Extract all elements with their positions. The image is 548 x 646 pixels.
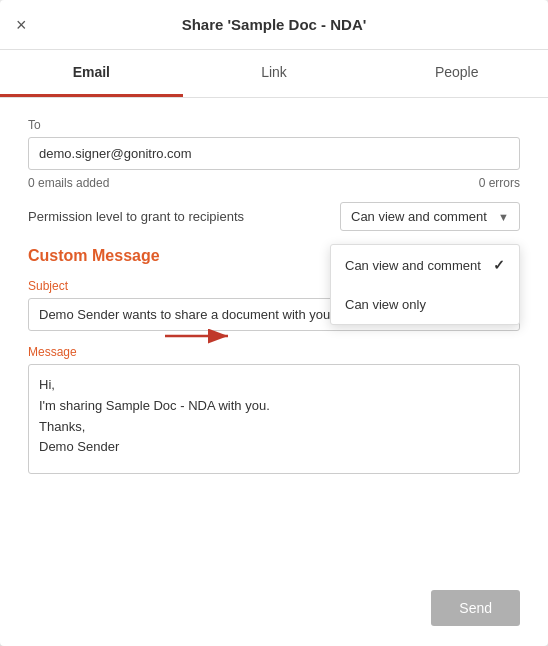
tab-people[interactable]: People: [365, 50, 548, 97]
modal-title: Share 'Sample Doc - NDA': [182, 16, 367, 33]
dropdown-arrow-icon: ▼: [498, 211, 509, 223]
check-icon-view-comment: ✓: [493, 257, 505, 273]
to-input[interactable]: [28, 137, 520, 170]
close-button[interactable]: ×: [16, 16, 27, 34]
permission-label: Permission level to grant to recipients: [28, 209, 244, 224]
emails-added-count: 0 emails added: [28, 176, 109, 190]
modal-footer: Send: [0, 578, 548, 646]
send-button[interactable]: Send: [431, 590, 520, 626]
to-label: To: [28, 118, 520, 132]
email-stats: 0 emails added 0 errors: [28, 176, 520, 190]
errors-count: 0 errors: [479, 176, 520, 190]
permission-dropdown-menu: Can view and comment ✓ Can view only: [330, 244, 520, 325]
dropdown-option-view-only[interactable]: Can view only: [331, 285, 519, 324]
permission-row: Permission level to grant to recipients …: [28, 202, 520, 231]
dropdown-option-view-comment[interactable]: Can view and comment ✓: [331, 245, 519, 285]
tab-email[interactable]: Email: [0, 50, 183, 97]
option-label-view-comment: Can view and comment: [345, 258, 481, 273]
message-label: Message: [28, 345, 520, 359]
permission-dropdown[interactable]: Can view and comment ▼: [340, 202, 520, 231]
option-label-view-only: Can view only: [345, 297, 426, 312]
tab-link[interactable]: Link: [183, 50, 366, 97]
modal-body: To 0 emails added 0 errors Permission le…: [0, 98, 548, 578]
share-modal: × Share 'Sample Doc - NDA' Email Link Pe…: [0, 0, 548, 646]
tab-bar: Email Link People: [0, 50, 548, 98]
permission-selected-value: Can view and comment: [351, 209, 487, 224]
permission-wrapper: Can view and comment ▼ Can view and comm…: [340, 202, 520, 231]
message-textarea[interactable]: Hi, I'm sharing Sample Doc - NDA with yo…: [28, 364, 520, 474]
modal-header: × Share 'Sample Doc - NDA': [0, 0, 548, 50]
